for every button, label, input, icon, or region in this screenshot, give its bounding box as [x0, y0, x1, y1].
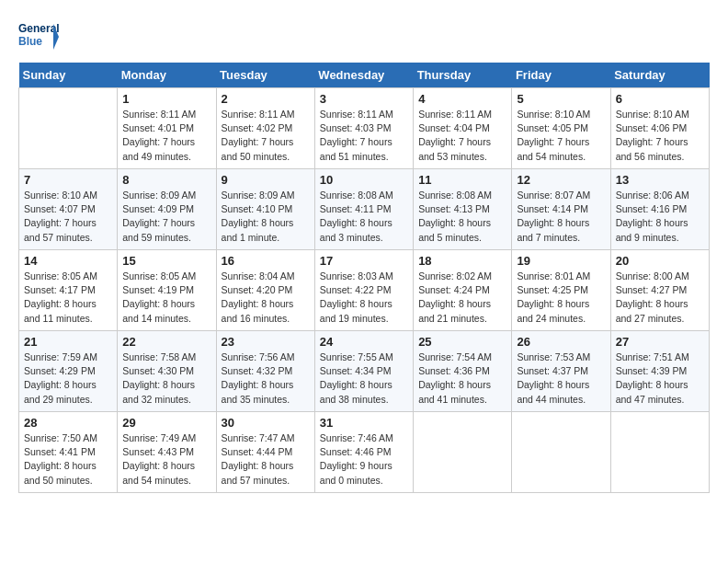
calendar-day-cell: 9Sunrise: 8:09 AMSunset: 4:10 PMDaylight… — [216, 169, 314, 250]
calendar-day-cell — [414, 412, 512, 493]
day-info: Sunrise: 8:10 AMSunset: 4:05 PMDaylight:… — [517, 108, 605, 164]
day-info: Sunrise: 8:11 AMSunset: 4:04 PMDaylight:… — [418, 108, 506, 164]
day-number: 25 — [418, 335, 506, 349]
calendar-day-cell: 31Sunrise: 7:46 AMSunset: 4:46 PMDayligh… — [314, 412, 413, 493]
weekday-header-monday: Monday — [118, 63, 216, 88]
calendar-day-cell: 18Sunrise: 8:02 AMSunset: 4:24 PMDayligh… — [414, 250, 512, 331]
day-info: Sunrise: 7:55 AMSunset: 4:34 PMDaylight:… — [320, 350, 408, 407]
svg-text:Blue: Blue — [18, 35, 42, 48]
day-info: Sunrise: 8:08 AMSunset: 4:13 PMDaylight:… — [418, 189, 506, 245]
day-info: Sunrise: 7:58 AMSunset: 4:30 PMDaylight:… — [122, 350, 210, 407]
day-info: Sunrise: 7:46 AMSunset: 4:46 PMDaylight:… — [320, 431, 408, 488]
weekday-header-saturday: Saturday — [610, 63, 709, 88]
calendar-day-cell: 26Sunrise: 7:53 AMSunset: 4:37 PMDayligh… — [512, 331, 610, 412]
day-info: Sunrise: 8:04 AMSunset: 4:20 PMDaylight:… — [222, 270, 310, 326]
weekday-header-wednesday: Wednesday — [314, 63, 413, 88]
day-number: 5 — [517, 92, 605, 106]
day-info: Sunrise: 8:10 AMSunset: 4:06 PMDaylight:… — [616, 108, 704, 164]
calendar-day-cell: 20Sunrise: 8:00 AMSunset: 4:27 PMDayligh… — [610, 250, 709, 331]
calendar-day-cell: 23Sunrise: 7:56 AMSunset: 4:32 PMDayligh… — [216, 331, 314, 412]
day-number: 26 — [517, 335, 605, 349]
day-info: Sunrise: 8:09 AMSunset: 4:09 PMDaylight:… — [122, 189, 210, 245]
logo-svg: General Blue — [18, 18, 59, 55]
day-number: 13 — [616, 173, 704, 187]
calendar-day-cell: 30Sunrise: 7:47 AMSunset: 4:44 PMDayligh… — [216, 412, 314, 493]
day-info: Sunrise: 8:11 AMSunset: 4:03 PMDaylight:… — [320, 108, 408, 164]
calendar-day-cell: 21Sunrise: 7:59 AMSunset: 4:29 PMDayligh… — [19, 331, 118, 412]
day-number: 11 — [418, 173, 506, 187]
day-number: 20 — [616, 254, 704, 268]
day-number: 30 — [222, 416, 310, 430]
calendar-day-cell: 8Sunrise: 8:09 AMSunset: 4:09 PMDaylight… — [118, 169, 216, 250]
day-number: 14 — [24, 254, 112, 268]
calendar-day-cell: 16Sunrise: 8:04 AMSunset: 4:20 PMDayligh… — [216, 250, 314, 331]
day-info: Sunrise: 8:09 AMSunset: 4:10 PMDaylight:… — [222, 189, 310, 245]
calendar-day-cell: 22Sunrise: 7:58 AMSunset: 4:30 PMDayligh… — [118, 331, 216, 412]
day-info: Sunrise: 8:06 AMSunset: 4:16 PMDaylight:… — [616, 189, 704, 245]
day-info: Sunrise: 8:10 AMSunset: 4:07 PMDaylight:… — [24, 189, 112, 245]
weekday-header-tuesday: Tuesday — [216, 63, 314, 88]
calendar-day-cell: 25Sunrise: 7:54 AMSunset: 4:36 PMDayligh… — [414, 331, 512, 412]
calendar-week-row: 7Sunrise: 8:10 AMSunset: 4:07 PMDaylight… — [19, 169, 710, 250]
calendar-day-cell: 11Sunrise: 8:08 AMSunset: 4:13 PMDayligh… — [414, 169, 512, 250]
day-info: Sunrise: 8:01 AMSunset: 4:25 PMDaylight:… — [517, 270, 605, 326]
calendar-day-cell: 10Sunrise: 8:08 AMSunset: 4:11 PMDayligh… — [314, 169, 413, 250]
day-number: 8 — [122, 173, 210, 187]
calendar-day-cell: 3Sunrise: 8:11 AMSunset: 4:03 PMDaylight… — [314, 88, 413, 169]
day-number: 15 — [122, 254, 210, 268]
day-info: Sunrise: 7:54 AMSunset: 4:36 PMDaylight:… — [418, 350, 506, 407]
calendar-day-cell: 24Sunrise: 7:55 AMSunset: 4:34 PMDayligh… — [314, 331, 413, 412]
calendar-week-row: 21Sunrise: 7:59 AMSunset: 4:29 PMDayligh… — [19, 331, 710, 412]
day-info: Sunrise: 8:07 AMSunset: 4:14 PMDaylight:… — [517, 189, 605, 245]
day-number: 29 — [122, 416, 210, 430]
day-number: 10 — [320, 173, 408, 187]
day-number: 6 — [616, 92, 704, 106]
calendar-day-cell: 19Sunrise: 8:01 AMSunset: 4:25 PMDayligh… — [512, 250, 610, 331]
day-info: Sunrise: 7:59 AMSunset: 4:29 PMDaylight:… — [24, 350, 112, 407]
day-number: 28 — [24, 416, 112, 430]
calendar-day-cell — [512, 412, 610, 493]
svg-text:General: General — [18, 22, 59, 35]
calendar-table: SundayMondayTuesdayWednesdayThursdayFrid… — [18, 63, 710, 493]
weekday-header-friday: Friday — [512, 63, 610, 88]
day-info: Sunrise: 8:00 AMSunset: 4:27 PMDaylight:… — [616, 270, 704, 326]
day-number: 23 — [222, 335, 310, 349]
day-number: 17 — [320, 254, 408, 268]
day-info: Sunrise: 8:02 AMSunset: 4:24 PMDaylight:… — [418, 270, 506, 326]
calendar-day-cell: 27Sunrise: 7:51 AMSunset: 4:39 PMDayligh… — [610, 331, 709, 412]
calendar-day-cell: 2Sunrise: 8:11 AMSunset: 4:02 PMDaylight… — [216, 88, 314, 169]
calendar-day-cell — [19, 88, 118, 169]
calendar-day-cell — [610, 412, 709, 493]
calendar-week-row: 1Sunrise: 8:11 AMSunset: 4:01 PMDaylight… — [19, 88, 710, 169]
day-number: 27 — [616, 335, 704, 349]
calendar-day-cell: 12Sunrise: 8:07 AMSunset: 4:14 PMDayligh… — [512, 169, 610, 250]
day-info: Sunrise: 7:47 AMSunset: 4:44 PMDaylight:… — [222, 431, 310, 488]
calendar-day-cell: 1Sunrise: 8:11 AMSunset: 4:01 PMDaylight… — [118, 88, 216, 169]
calendar-week-row: 28Sunrise: 7:50 AMSunset: 4:41 PMDayligh… — [19, 412, 710, 493]
weekday-header-thursday: Thursday — [414, 63, 512, 88]
day-info: Sunrise: 8:11 AMSunset: 4:02 PMDaylight:… — [222, 108, 310, 164]
day-number: 4 — [418, 92, 506, 106]
day-number: 24 — [320, 335, 408, 349]
logo: General Blue — [18, 18, 59, 55]
day-number: 2 — [222, 92, 310, 106]
calendar-week-row: 14Sunrise: 8:05 AMSunset: 4:17 PMDayligh… — [19, 250, 710, 331]
day-info: Sunrise: 8:05 AMSunset: 4:17 PMDaylight:… — [24, 270, 112, 326]
day-number: 18 — [418, 254, 506, 268]
calendar-day-cell: 29Sunrise: 7:49 AMSunset: 4:43 PMDayligh… — [118, 412, 216, 493]
day-info: Sunrise: 8:08 AMSunset: 4:11 PMDaylight:… — [320, 189, 408, 245]
day-number: 7 — [24, 173, 112, 187]
day-number: 3 — [320, 92, 408, 106]
day-number: 19 — [517, 254, 605, 268]
day-number: 22 — [122, 335, 210, 349]
day-info: Sunrise: 7:53 AMSunset: 4:37 PMDaylight:… — [517, 350, 605, 407]
day-number: 9 — [222, 173, 310, 187]
calendar-day-cell: 13Sunrise: 8:06 AMSunset: 4:16 PMDayligh… — [610, 169, 709, 250]
day-info: Sunrise: 7:51 AMSunset: 4:39 PMDaylight:… — [616, 350, 704, 407]
calendar-day-cell: 5Sunrise: 8:10 AMSunset: 4:05 PMDaylight… — [512, 88, 610, 169]
day-info: Sunrise: 7:56 AMSunset: 4:32 PMDaylight:… — [222, 350, 310, 407]
calendar-day-cell: 28Sunrise: 7:50 AMSunset: 4:41 PMDayligh… — [19, 412, 118, 493]
calendar-day-cell: 14Sunrise: 8:05 AMSunset: 4:17 PMDayligh… — [19, 250, 118, 331]
day-info: Sunrise: 8:05 AMSunset: 4:19 PMDaylight:… — [122, 270, 210, 326]
day-info: Sunrise: 7:49 AMSunset: 4:43 PMDaylight:… — [122, 431, 210, 488]
